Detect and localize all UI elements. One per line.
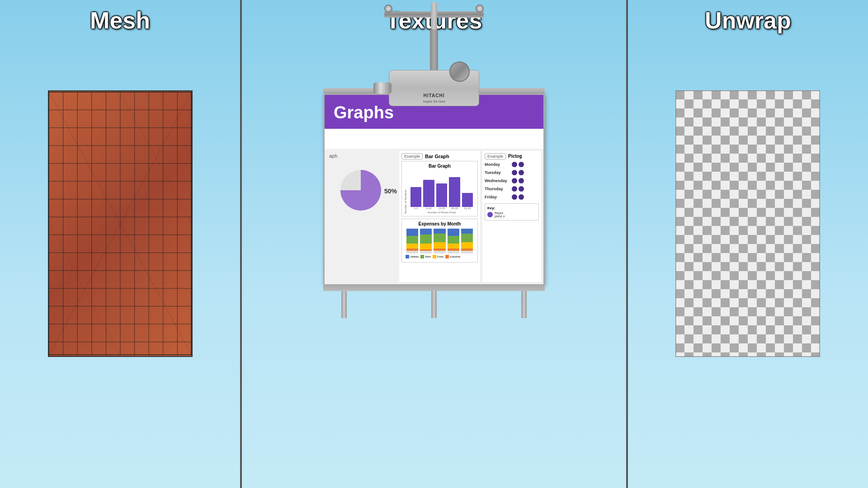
mount-wheel-right <box>476 5 484 13</box>
pie-percent-label: 50% <box>384 188 397 195</box>
picto-dots-wednesday <box>512 178 524 183</box>
bar-x-1: 1-5 <box>410 207 421 210</box>
seg-util-5 <box>461 229 473 234</box>
picto-dots-tuesday <box>512 170 524 175</box>
seg-food-2 <box>420 244 432 250</box>
dot-wed-2 <box>519 178 524 183</box>
projector-wheel <box>449 61 470 82</box>
dot-fri-1 <box>512 194 517 200</box>
whiteboard: Graphs ns are a visual representation of… <box>323 94 545 286</box>
bar-2 <box>423 180 434 207</box>
stacked-bar-1 <box>406 229 418 253</box>
projector-body: HITACHI Inspire the Next <box>389 70 479 106</box>
key-item: Reprepiece o <box>487 211 536 218</box>
expenses-chart-box: Expenses by Month <box>401 219 478 263</box>
seg-rent-3 <box>434 234 445 242</box>
picto-day-tuesday: Tuesday <box>485 170 512 175</box>
svg-rect-36 <box>675 90 820 357</box>
leg-center <box>431 291 437 318</box>
dot-wed-1 <box>512 178 517 183</box>
seg-empty-4 <box>448 251 459 253</box>
key-box: Key: Reprepiece o <box>485 203 539 221</box>
expenses-chart-title: Expenses by Month <box>404 221 475 226</box>
seg-food-4 <box>448 244 459 249</box>
bar-1 <box>410 187 421 207</box>
picto-dots-friday <box>512 194 524 200</box>
seg-rent-5 <box>461 234 473 242</box>
pictograph-header: Example Pictog <box>485 153 539 160</box>
bar-x-labels: 1-5 6-10 11-15 16-20 21-25 <box>408 207 475 210</box>
leg-right <box>521 291 527 318</box>
stacked-bar-4 <box>448 229 459 253</box>
bar-section-header: Example Bar Graph <box>401 153 478 160</box>
seg-util-1 <box>406 229 418 236</box>
seg-rent-2 <box>420 235 432 243</box>
legend-color-rent <box>420 255 424 258</box>
mount-pole <box>430 29 438 70</box>
bar-5 <box>462 193 473 206</box>
stacked-bar-2 <box>420 229 432 253</box>
bar-chart-area <box>408 171 475 207</box>
picto-day-friday: Friday <box>485 195 512 199</box>
bar-chart-title: Bar Graph <box>404 164 475 169</box>
seg-empty-1 <box>406 251 418 253</box>
seg-rent-1 <box>406 236 418 244</box>
picto-row-monday: Monday <box>485 162 539 167</box>
seg-util-3 <box>434 229 445 234</box>
projector-mount: HITACHI Inspire the Next <box>384 0 484 106</box>
picto-day-thursday: Thursday <box>485 187 512 191</box>
projector-tagline: Inspire the Next <box>423 100 445 103</box>
legend-color-utilities <box>406 255 409 258</box>
dot-tue-2 <box>519 170 524 175</box>
stacked-bar-5 <box>461 229 473 253</box>
expenses-legend: Utilities Rent Food <box>404 253 475 260</box>
cross-mount <box>384 2 484 29</box>
projector-lens <box>373 83 392 94</box>
board-legs <box>323 291 545 318</box>
seg-food-5 <box>461 242 473 249</box>
seg-food-3 <box>434 242 445 249</box>
bar-y-axis-label: Number of Students <box>404 171 407 214</box>
bar-example-tag: Example <box>401 153 423 160</box>
bar-x-3: 11-15 <box>436 207 447 210</box>
panel-unwrap: Unwrap <box>628 0 868 488</box>
seg-util-2 <box>420 229 432 235</box>
key-description: Reprepiece o <box>495 211 505 218</box>
picto-row-thursday: Thursday <box>485 186 539 192</box>
bar-x-4: 16-20 <box>449 207 460 210</box>
dot-mon-2 <box>519 162 524 167</box>
dot-mon-1 <box>512 162 517 167</box>
bar-x-5: 21-25 <box>462 207 473 210</box>
dot-thu-2 <box>519 186 524 192</box>
slide-right-section: Example Pictog Monday Tuesda <box>482 151 541 282</box>
picto-dots-thursday <box>512 186 524 192</box>
panel-mesh: Mesh <box>0 0 240 488</box>
seg-empty-3 <box>434 251 445 253</box>
dot-fri-2 <box>519 194 524 200</box>
legend-color-gasoline <box>445 255 449 258</box>
slide-center-section: Example Bar Graph Bar Graph Number of St… <box>399 151 480 282</box>
projector-brand: HITACHI <box>424 93 445 98</box>
bar-3 <box>436 183 447 207</box>
mount-wheel-left <box>384 5 392 13</box>
picto-title: Pictog <box>508 154 522 159</box>
bar-graph-label: Bar Graph <box>425 154 449 159</box>
stacked-bar-3 <box>434 229 445 253</box>
mesh-board <box>48 90 193 357</box>
key-dot <box>487 212 493 217</box>
legend-utilities: Utilities <box>406 255 419 258</box>
key-title: Key: <box>487 206 536 210</box>
bar-chart-box: Bar Graph Number of Students <box>401 161 478 216</box>
pie-chart-container: 50% <box>338 168 383 215</box>
legend-gasoline: Gasoline <box>445 255 461 258</box>
picto-day-monday: Monday <box>485 162 512 167</box>
unwrap-label: Unwrap <box>705 7 791 34</box>
bar-x-axis-label: Number of Books Read <box>408 211 475 214</box>
checker-board <box>675 90 820 357</box>
board-frame-bottom <box>323 286 545 291</box>
picto-dots-monday <box>512 162 524 167</box>
legend-label-food: Food <box>437 255 443 258</box>
picto-row-wednesday: Wednesday <box>485 178 539 183</box>
panel-textures: Textures HITACHI Inspire the Next <box>242 0 626 488</box>
bar-chart-inner: 1-5 6-10 11-15 16-20 21-25 Number of Boo… <box>408 171 475 214</box>
